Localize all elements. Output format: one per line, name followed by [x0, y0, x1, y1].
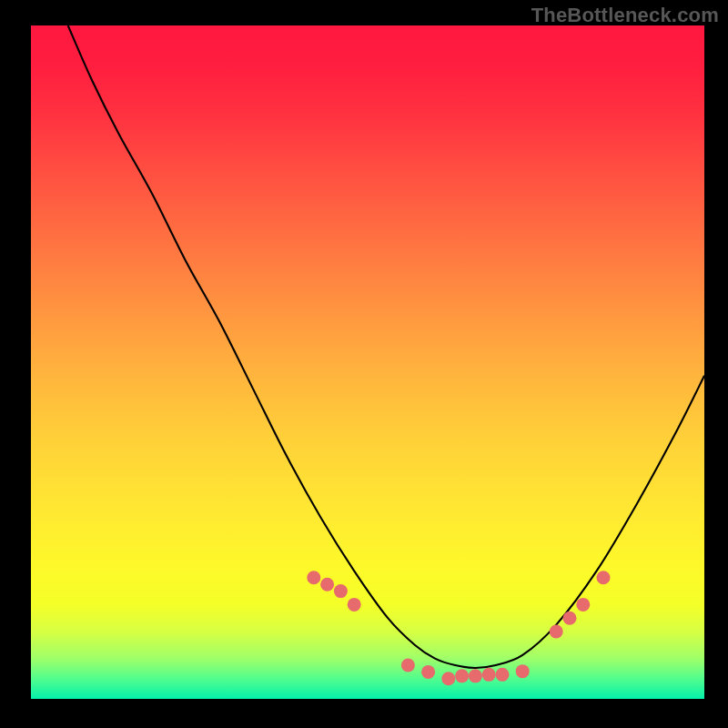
marker-points [31, 25, 704, 699]
chart-stage: TheBottleneck.com [0, 0, 728, 728]
marker-point [516, 664, 530, 678]
marker-point [469, 669, 482, 682]
marker-point [597, 571, 611, 584]
marker-point [455, 669, 469, 682]
marker-point [421, 665, 435, 679]
marker-point [563, 612, 577, 625]
marker-point [401, 659, 415, 672]
marker-point [496, 668, 510, 682]
marker-point [550, 625, 563, 639]
marker-point [348, 598, 361, 612]
marker-point [334, 584, 348, 598]
marker-point [576, 598, 590, 612]
marker-point [307, 571, 320, 584]
marker-point [482, 668, 496, 682]
plot-area [31, 25, 704, 699]
watermark-text: TheBottleneck.com [531, 4, 719, 27]
marker-point [320, 578, 334, 592]
marker-point [441, 672, 455, 685]
